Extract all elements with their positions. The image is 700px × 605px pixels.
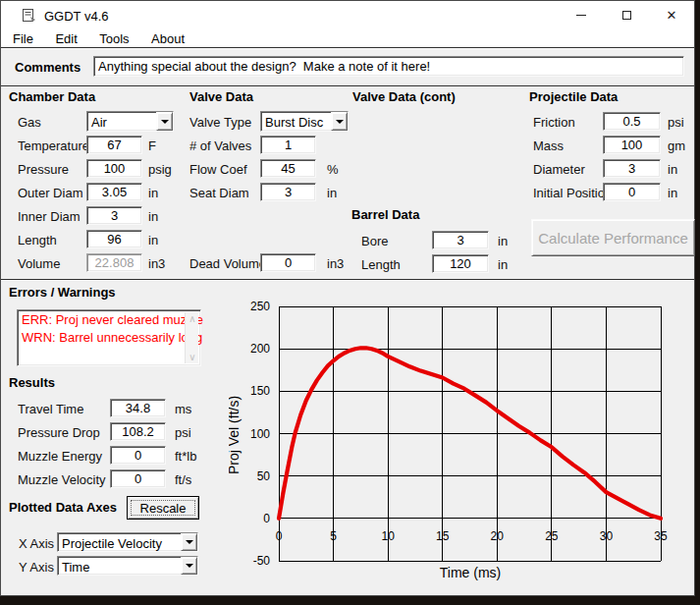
separator bbox=[1, 279, 694, 281]
menu-file[interactable]: File bbox=[5, 30, 41, 47]
svg-text:10: 10 bbox=[381, 529, 395, 543]
scroll-up-icon[interactable]: ∧ bbox=[186, 313, 199, 324]
separator bbox=[1, 85, 694, 87]
error-list-scrollbar[interactable]: ∧ ∨ bbox=[185, 312, 198, 363]
diameter-label: Diameter bbox=[533, 162, 585, 177]
close-button[interactable]: ✕ bbox=[649, 1, 694, 29]
menu-bar: File Edit Tools About bbox=[1, 29, 694, 47]
chevron-down-icon bbox=[186, 564, 193, 568]
errors-warnings-header: Errors / Warnings bbox=[9, 285, 116, 300]
num-valves-input[interactable] bbox=[260, 136, 316, 154]
volume-label: Volume bbox=[18, 256, 60, 271]
travel-time-label: Travel Time bbox=[18, 402, 83, 416]
bore-label: Bore bbox=[361, 234, 388, 248]
chevron-down-icon bbox=[336, 120, 344, 124]
svg-text:5: 5 bbox=[330, 529, 337, 543]
app-window: GGDT v4.6 ✕ File Edit Tools About Commen… bbox=[0, 0, 695, 596]
initial-position-label: Initial Position bbox=[533, 186, 612, 200]
valve-type-value: Burst Disc bbox=[265, 115, 323, 130]
rescale-button[interactable]: Rescale bbox=[127, 496, 199, 520]
svg-text:150: 150 bbox=[250, 384, 270, 398]
outer-diam-input[interactable] bbox=[86, 183, 142, 201]
bore-input[interactable] bbox=[432, 231, 489, 249]
chamber-length-label: Length bbox=[18, 233, 57, 248]
friction-unit: psi bbox=[668, 115, 684, 130]
svg-text:0: 0 bbox=[263, 512, 270, 525]
mass-input[interactable] bbox=[603, 136, 661, 154]
plotted-data-axes-header: Plotted Data Axes bbox=[9, 500, 117, 515]
pressure-input[interactable] bbox=[86, 159, 142, 178]
performance-chart: -5005010015020025005101520253035 Time (m… bbox=[229, 288, 686, 594]
valve-data-cont-header: Valve Data (cont) bbox=[352, 89, 456, 104]
x-axis-dropdown-button[interactable] bbox=[181, 533, 197, 551]
muzzle-velocity-value bbox=[110, 469, 166, 488]
barrel-length-label: Length bbox=[361, 257, 401, 272]
volume-unit: in3 bbox=[148, 256, 165, 271]
x-axis-label: X Axis bbox=[19, 536, 54, 551]
maximize-button[interactable] bbox=[604, 1, 649, 29]
gas-dropdown-button[interactable] bbox=[156, 112, 173, 131]
title-bar: GGDT v4.6 ✕ bbox=[1, 1, 694, 29]
barrel-length-input[interactable] bbox=[432, 254, 489, 273]
valve-data-header: Valve Data bbox=[189, 89, 253, 104]
y-axis-dropdown-button[interactable] bbox=[181, 557, 197, 575]
comments-input[interactable] bbox=[93, 56, 684, 77]
initial-position-input[interactable] bbox=[603, 183, 661, 201]
svg-text:50: 50 bbox=[257, 469, 271, 483]
inner-diam-unit: in bbox=[148, 209, 158, 224]
pressure-drop-unit: psi bbox=[175, 425, 191, 440]
chart-y-axis-title: Proj Vel (ft/s) bbox=[229, 396, 242, 474]
num-valves-label: # of Valves bbox=[189, 138, 251, 153]
pressure-drop-label: Pressure Drop bbox=[18, 425, 100, 440]
y-axis-select[interactable]: Time bbox=[57, 556, 198, 576]
comments-label: Comments bbox=[15, 60, 81, 75]
svg-text:15: 15 bbox=[436, 529, 450, 543]
valve-type-select[interactable]: Burst Disc bbox=[260, 111, 349, 132]
seat-diam-input[interactable] bbox=[260, 183, 316, 201]
x-axis-select[interactable]: Projectile Velocity bbox=[57, 532, 198, 552]
mass-label: Mass bbox=[533, 138, 564, 153]
diameter-input[interactable] bbox=[603, 159, 661, 178]
dead-volume-unit: in3 bbox=[327, 256, 344, 271]
svg-text:250: 250 bbox=[250, 300, 270, 313]
dead-volume-input[interactable] bbox=[260, 253, 316, 272]
y-axis-label: Y Axis bbox=[19, 560, 54, 575]
chart-x-axis-title: Time (ms) bbox=[440, 565, 501, 580]
temperature-unit: F bbox=[148, 138, 156, 153]
chamber-data-header: Chamber Data bbox=[9, 89, 95, 104]
error-list[interactable]: ERR: Proj never cleared muzzle WRN: Barr… bbox=[17, 309, 201, 366]
initial-position-unit: in bbox=[668, 186, 677, 200]
muzzle-velocity-label: Muzzle Velocity bbox=[18, 472, 106, 487]
menu-about[interactable]: About bbox=[143, 30, 192, 47]
seat-diam-unit: in bbox=[327, 186, 337, 200]
pressure-drop-value bbox=[110, 422, 166, 441]
menu-tools[interactable]: Tools bbox=[91, 30, 136, 47]
calculate-performance-button[interactable]: Calculate Performance bbox=[531, 219, 695, 256]
app-icon bbox=[22, 8, 36, 23]
svg-text:20: 20 bbox=[491, 529, 505, 543]
minimize-button[interactable] bbox=[559, 1, 604, 29]
seat-diam-label: Seat Diam bbox=[189, 186, 249, 200]
scroll-down-icon[interactable]: ∨ bbox=[186, 352, 199, 362]
window-title: GGDT v4.6 bbox=[44, 9, 109, 24]
focus-rectangle bbox=[131, 500, 195, 516]
pressure-unit: psig bbox=[148, 162, 172, 177]
muzzle-energy-value bbox=[110, 446, 166, 465]
chamber-length-unit: in bbox=[148, 233, 158, 248]
inner-diam-input[interactable] bbox=[86, 206, 142, 225]
flow-coef-unit: % bbox=[327, 162, 339, 177]
gas-select[interactable]: Air bbox=[86, 111, 174, 132]
svg-text:25: 25 bbox=[545, 529, 559, 543]
flow-coef-input[interactable] bbox=[260, 159, 316, 178]
svg-text:-50: -50 bbox=[253, 554, 271, 568]
dead-volume-label: Dead Volume bbox=[189, 256, 266, 271]
chamber-length-input[interactable] bbox=[86, 230, 142, 248]
valve-type-dropdown-button[interactable] bbox=[331, 112, 348, 131]
chevron-down-icon bbox=[186, 540, 193, 544]
friction-input[interactable] bbox=[603, 112, 661, 131]
svg-text:0: 0 bbox=[276, 529, 283, 543]
pressure-label: Pressure bbox=[18, 162, 69, 177]
menu-edit[interactable]: Edit bbox=[47, 30, 84, 47]
svg-text:30: 30 bbox=[600, 529, 614, 543]
temperature-input[interactable] bbox=[86, 136, 142, 154]
